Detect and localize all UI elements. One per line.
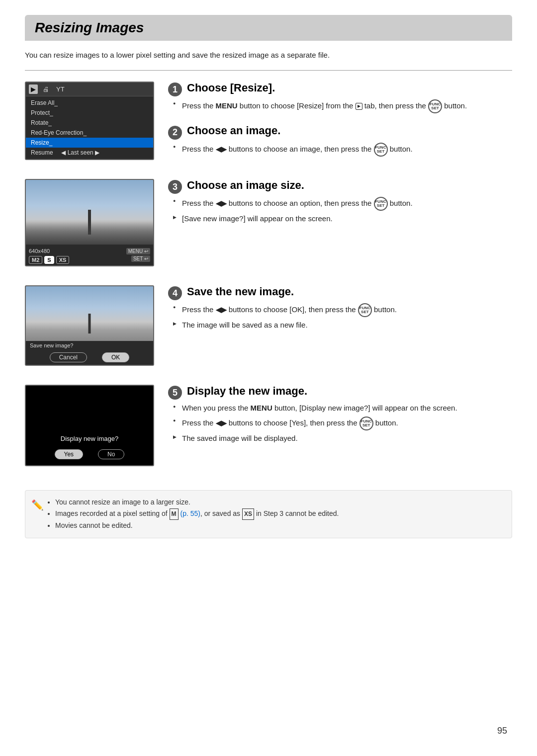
menu-screen: ▶ 🖨 YT Erase All_ Protect_ Rotate_ Red-E… bbox=[25, 82, 154, 160]
no-btn[interactable]: No bbox=[98, 449, 124, 459]
save-screen: Resize Save new image? Cancel OK bbox=[25, 285, 154, 366]
controls-bar-1: 640x480 M2 S XS MENU ↩ SET ↩ bbox=[26, 245, 153, 265]
menu-item-rotate: Rotate_ bbox=[26, 118, 153, 128]
step-2-num: 2 bbox=[168, 126, 182, 140]
display-screen: Display new image? Yes No bbox=[25, 385, 154, 466]
menu-label: MENU bbox=[216, 101, 238, 110]
menu-item-resume: Resume ◀ Last seen ▶ bbox=[26, 148, 153, 158]
func-set-btn-2: FUNCSET bbox=[374, 143, 388, 157]
step-4-bullet-2: The image will be saved as a new file. bbox=[173, 320, 512, 331]
menu-item-resize: Resize_ bbox=[26, 138, 153, 148]
step-2-body: Press the ◀▶ buttons to choose an image,… bbox=[168, 143, 512, 157]
tab-icons: ▶ 🖨 YT bbox=[29, 84, 67, 94]
step-1-title: Choose [Resize]. bbox=[187, 82, 275, 94]
step-5-bullet-3: The saved image will be displayed. bbox=[173, 433, 512, 444]
step-1-bullet-1: Press the MENU button to choose [Resize]… bbox=[173, 99, 512, 113]
step-4-col: 4 Save the new image. Press the ◀▶ butto… bbox=[168, 285, 512, 334]
size-m2: M2 bbox=[29, 256, 42, 264]
step-4-row: Resize Save new image? Cancel OK 4 Save … bbox=[25, 285, 512, 371]
yes-btn[interactable]: Yes bbox=[55, 449, 84, 459]
display-screen-inner: Display new image? Yes No bbox=[26, 386, 153, 465]
display-button-bar: Yes No bbox=[55, 449, 125, 459]
menu-item-redeye: Red-Eye Correction_ bbox=[26, 128, 153, 138]
intro-text: You can resize images to a lower pixel s… bbox=[25, 50, 512, 61]
size-xs: XS bbox=[56, 256, 70, 264]
size-s: S bbox=[44, 256, 54, 264]
page-title: Resizing Images bbox=[35, 20, 502, 36]
func-set-btn-1: FUNCSET bbox=[428, 99, 442, 113]
step-3-header: 3 Choose an image size. bbox=[168, 179, 512, 193]
tower-2 bbox=[89, 314, 91, 334]
step-5-num: 5 bbox=[168, 386, 182, 400]
arrow-keys-2: ◀▶ bbox=[216, 145, 227, 153]
func-set-btn-4: FUNCSET bbox=[358, 303, 372, 317]
step-1: 1 Choose [Resize]. Press the MENU button… bbox=[168, 82, 512, 114]
menu-list: Erase All_ Protect_ Rotate_ Red-Eye Corr… bbox=[26, 96, 153, 159]
note-1: You cannot resize an image to a larger s… bbox=[55, 497, 504, 508]
m-icon: M bbox=[170, 508, 179, 519]
step-4-num: 4 bbox=[168, 286, 182, 300]
step-1-body: Press the MENU button to choose [Resize]… bbox=[168, 99, 512, 113]
resize-screen-1: Resize 640x480 M2 S XS MENU ↩ bbox=[25, 179, 154, 266]
step-3-body: Press the ◀▶ buttons to choose an option… bbox=[168, 197, 512, 225]
display-prompt-text: Display new image? bbox=[61, 435, 118, 442]
step-5-row: Display new image? Yes No 5 Display the … bbox=[25, 385, 512, 471]
page-number: 95 bbox=[497, 726, 507, 736]
func-set-btn-3: FUNCSET bbox=[374, 197, 388, 211]
step-5-col: 5 Display the new image. When you press … bbox=[168, 385, 512, 447]
left-controls: 640x480 M2 S XS bbox=[29, 246, 69, 264]
step-4-bullet-1: Press the ◀▶ buttons to choose [OK], the… bbox=[173, 303, 512, 317]
step-3-bullet-2: [Save new image?] will appear on the scr… bbox=[173, 213, 512, 225]
step-5-header: 5 Display the new image. bbox=[168, 385, 512, 399]
menu-icon: MENU ↩ bbox=[126, 248, 150, 254]
save-label-bar: Save new image? bbox=[26, 341, 153, 350]
size-options: M2 S XS bbox=[29, 256, 69, 264]
tab-wrench: YT bbox=[54, 84, 67, 94]
menu-label-5: MENU bbox=[251, 404, 272, 412]
menu-item-protect: Protect_ bbox=[26, 108, 153, 118]
step-1-header: 1 Choose [Resize]. bbox=[168, 82, 512, 96]
note-section: ✏️ You cannot resize an image to a large… bbox=[25, 490, 512, 538]
step-3-row: Resize 640x480 M2 S XS MENU ↩ bbox=[25, 179, 512, 271]
step-3-col: 3 Choose an image size. Press the ◀▶ but… bbox=[168, 179, 512, 227]
screenshot-col-4: Display new image? Yes No bbox=[25, 385, 154, 471]
step-2-bullet-1: Press the ◀▶ buttons to choose an image,… bbox=[173, 143, 512, 157]
title-bar: Resizing Images bbox=[25, 15, 512, 41]
step-2-list: Press the ◀▶ buttons to choose an image,… bbox=[173, 143, 512, 157]
tower-1 bbox=[88, 210, 91, 235]
step-4-title: Save the new image. bbox=[187, 285, 294, 298]
notes-list: You cannot resize an image to a larger s… bbox=[47, 497, 504, 532]
set-icon: SET ↩ bbox=[131, 255, 150, 262]
note-icon: ✏️ bbox=[31, 497, 44, 513]
note-link[interactable]: (p. 55) bbox=[180, 509, 200, 517]
step-5-bullet-2: Press the ◀▶ buttons to choose [Yes], th… bbox=[173, 417, 512, 430]
ok-btn[interactable]: OK bbox=[102, 352, 129, 362]
cancel-btn[interactable]: Cancel bbox=[50, 352, 87, 362]
playback-tab-icon: ▶ bbox=[356, 103, 362, 110]
content-area: ▶ 🖨 YT Erase All_ Protect_ Rotate_ Red-E… bbox=[25, 82, 512, 538]
note-2: Images recorded at a pixel setting of M … bbox=[55, 508, 504, 520]
sky-image-2 bbox=[26, 286, 153, 341]
steps-1-2-col: 1 Choose [Resize]. Press the MENU button… bbox=[168, 82, 512, 159]
screenshot-col-3: Resize Save new image? Cancel OK bbox=[25, 285, 154, 371]
note-3: Movies cannot be edited. bbox=[55, 520, 504, 532]
step-1-num: 1 bbox=[168, 83, 182, 96]
step-1-2-row: ▶ 🖨 YT Erase All_ Protect_ Rotate_ Red-E… bbox=[25, 82, 512, 165]
tab-print: 🖨 bbox=[41, 84, 51, 94]
resolution-label: 640x480 bbox=[29, 248, 50, 254]
sky-image-1 bbox=[26, 180, 153, 245]
tab-bar: ▶ 🖨 YT bbox=[26, 83, 153, 96]
arrow-keys-4: ◀▶ bbox=[216, 306, 227, 314]
xs-label: XS bbox=[242, 508, 254, 519]
menu-item-erase: Erase All_ bbox=[26, 98, 153, 108]
step-3-list: Press the ◀▶ buttons to choose an option… bbox=[173, 197, 512, 225]
step-2: 2 Choose an image. Press the ◀▶ buttons … bbox=[168, 124, 512, 157]
screenshot-col-1: ▶ 🖨 YT Erase All_ Protect_ Rotate_ Red-E… bbox=[25, 82, 154, 165]
section-divider bbox=[25, 70, 512, 71]
arrow-keys-5: ◀▶ bbox=[216, 419, 227, 426]
step-2-header: 2 Choose an image. bbox=[168, 124, 512, 139]
step-5-list: When you press the MENU button, [Display… bbox=[173, 403, 512, 444]
step-3-bullet-1: Press the ◀▶ buttons to choose an option… bbox=[173, 197, 512, 211]
step-2-title: Choose an image. bbox=[187, 124, 280, 137]
save-button-bar: Cancel OK bbox=[26, 350, 153, 365]
